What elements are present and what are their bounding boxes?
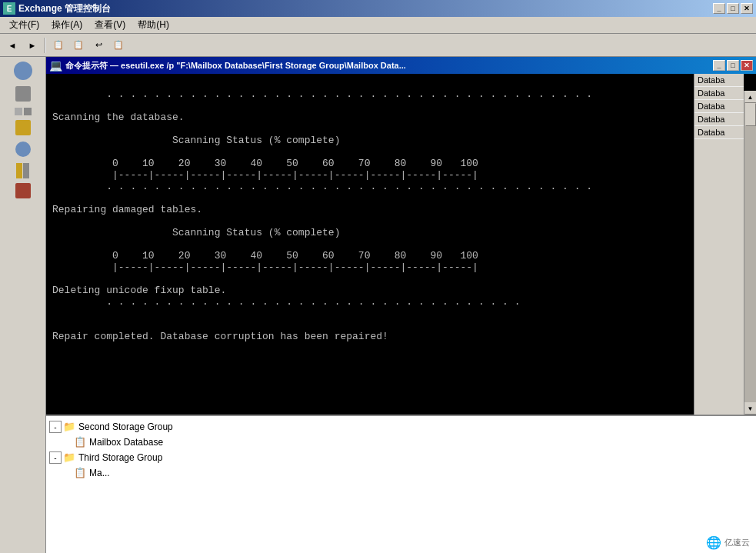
- tree-expand-third[interactable]: -: [49, 451, 62, 464]
- cmd-title-bar: 💻 命令提示符 — eseutil.exe /p "F:\Mailbox Dat…: [46, 57, 756, 74]
- menu-view[interactable]: 查看(V): [88, 17, 132, 33]
- title-controls[interactable]: _ □ ✕: [713, 3, 753, 14]
- db-item-1: Databa: [694, 74, 744, 87]
- left-icon-4[interactable]: [2, 118, 44, 138]
- left-icon-6[interactable]: [2, 162, 44, 180]
- cmd-line-11: Repairing damaged tables.: [52, 204, 202, 215]
- left-icon-img-2: [15, 86, 31, 102]
- forward-button[interactable]: ►: [23, 37, 42, 54]
- left-panel: [0, 57, 46, 553]
- scroll-down-button[interactable]: ▼: [744, 402, 757, 415]
- maximize-button[interactable]: □: [727, 3, 739, 14]
- db-item-4: Databa: [694, 113, 744, 126]
- cmd-line-13: Scanning Status (% complete): [52, 227, 340, 238]
- cmd-scrollbar[interactable]: ▲ ▼: [744, 91, 756, 415]
- main-title: Exchange 管理控制台: [18, 2, 111, 15]
- menu-action[interactable]: 操作(A): [45, 17, 88, 33]
- action-button-1[interactable]: 📋: [49, 37, 68, 54]
- cmd-line-15: 0 10 20 30 40 50 60 70 80 90 100: [52, 250, 478, 262]
- cmd-controls[interactable]: _ □ ✕: [713, 60, 753, 71]
- left-icon-1[interactable]: [2, 60, 44, 83]
- watermark-text: 亿速云: [724, 537, 750, 548]
- cmd-line-9: . . . . . . . . . . . . . . . . . . . . …: [52, 181, 592, 192]
- left-icon-img-7: [15, 183, 31, 198]
- db-item-3: Databa: [694, 100, 744, 113]
- left-icon-img-1: [14, 62, 32, 80]
- cmd-title-text: 命令提示符 — eseutil.exe /p "F:\Mailbox Datab…: [65, 60, 406, 72]
- toolbar-separator-1: [45, 38, 46, 53]
- cmd-line-5: Scanning Status (% complete): [52, 135, 340, 146]
- db-item-5: Databa: [694, 126, 744, 139]
- tree-expand-second[interactable]: -: [49, 421, 62, 433]
- minimize-button[interactable]: _: [713, 3, 725, 14]
- title-bar: E Exchange 管理控制台 _ □ ✕: [0, 0, 756, 17]
- tree-label-third: Third Storage Group: [78, 452, 162, 463]
- left-icon-img-4: [15, 120, 31, 135]
- tree-label-ma: Ma...: [89, 468, 110, 478]
- cmd-close-button[interactable]: ✕: [741, 60, 753, 71]
- db-list: Databa Databa Databa Databa Databa: [694, 74, 744, 415]
- cmd-window: 💻 命令提示符 — eseutil.exe /p "F:\Mailbox Dat…: [46, 57, 756, 553]
- tree-item-second-storage[interactable]: - 📁 Second Storage Group: [49, 419, 753, 435]
- scroll-up-button[interactable]: ▲: [744, 91, 757, 103]
- folder-icon-third: 📁: [63, 451, 75, 464]
- content-area: 💻 命令提示符 — eseutil.exe /p "F:\Mailbox Dat…: [0, 57, 756, 553]
- left-icon-3[interactable]: [2, 106, 44, 117]
- left-icon-5[interactable]: [2, 140, 44, 160]
- tree-item-ma[interactable]: 📋 Ma...: [49, 465, 753, 481]
- scroll-track[interactable]: [744, 103, 756, 402]
- scroll-thumb[interactable]: [745, 103, 756, 126]
- action-button-4[interactable]: 📋: [109, 37, 128, 54]
- cmd-line-22: Repair completed. Database corruption ha…: [52, 331, 388, 342]
- cmd-title-left: 💻 命令提示符 — eseutil.exe /p "F:\Mailbox Dat…: [49, 59, 406, 72]
- menu-help[interactable]: 帮助(H): [132, 17, 175, 33]
- title-bar-left: E Exchange 管理控制台: [3, 2, 111, 15]
- cmd-line-18: Deleting unicode fixup table.: [52, 285, 226, 296]
- tree-label-second: Second Storage Group: [78, 421, 173, 432]
- db-item-2: Databa: [694, 87, 744, 100]
- cmd-line-7: 0 10 20 30 40 50 60 70 80 90 100: [52, 158, 478, 169]
- action-button-2[interactable]: 📋: [69, 37, 88, 54]
- tree-label-mailbox: Mailbox Database: [89, 437, 163, 448]
- left-icon-2[interactable]: [2, 85, 44, 105]
- menu-file[interactable]: 文件(F): [3, 17, 45, 33]
- db-icon-mailbox: 📋: [74, 436, 86, 448]
- cmd-line-8: |-----|-----|-----|-----|-----|-----|---…: [52, 169, 478, 181]
- tree-item-third-storage[interactable]: - 📁 Third Storage Group: [49, 450, 753, 465]
- main-window: E Exchange 管理控制台 _ □ ✕ 文件(F) 操作(A) 查看(V)…: [0, 0, 756, 553]
- left-icon-img-5: [15, 142, 31, 157]
- menu-bar: 文件(F) 操作(A) 查看(V) 帮助(H): [0, 17, 756, 34]
- cmd-line-3: Scanning the database.: [52, 112, 185, 123]
- tree-item-mailbox-db[interactable]: 📋 Mailbox Database: [49, 435, 753, 450]
- cmd-minimize-button[interactable]: _: [713, 60, 725, 71]
- cmd-body[interactable]: . . . . . . . . . . . . . . . . . . . . …: [46, 74, 756, 415]
- back-button[interactable]: ◄: [3, 37, 22, 54]
- toolbar: ◄ ► 📋 📋 ↩ 📋: [0, 34, 756, 57]
- cmd-line-19: . . . . . . . . . . . . . . . . . . . . …: [52, 296, 521, 308]
- cmd-line-16: |-----|-----|-----|-----|-----|-----|---…: [52, 262, 478, 273]
- bottom-tree: - 📁 Second Storage Group 📋 Mailbox Datab…: [46, 415, 756, 553]
- cmd-line-1: . . . . . . . . . . . . . . . . . . . . …: [52, 88, 592, 100]
- app-icon: E: [3, 2, 15, 15]
- left-icon-7[interactable]: [2, 182, 44, 202]
- db-icon-ma: 📋: [74, 467, 86, 479]
- statusbar: 🌐 亿速云: [706, 535, 750, 550]
- close-button[interactable]: ✕: [741, 3, 753, 14]
- cmd-maximize-button[interactable]: □: [727, 60, 739, 71]
- action-button-3[interactable]: ↩: [89, 37, 108, 54]
- folder-icon-second: 📁: [63, 421, 75, 433]
